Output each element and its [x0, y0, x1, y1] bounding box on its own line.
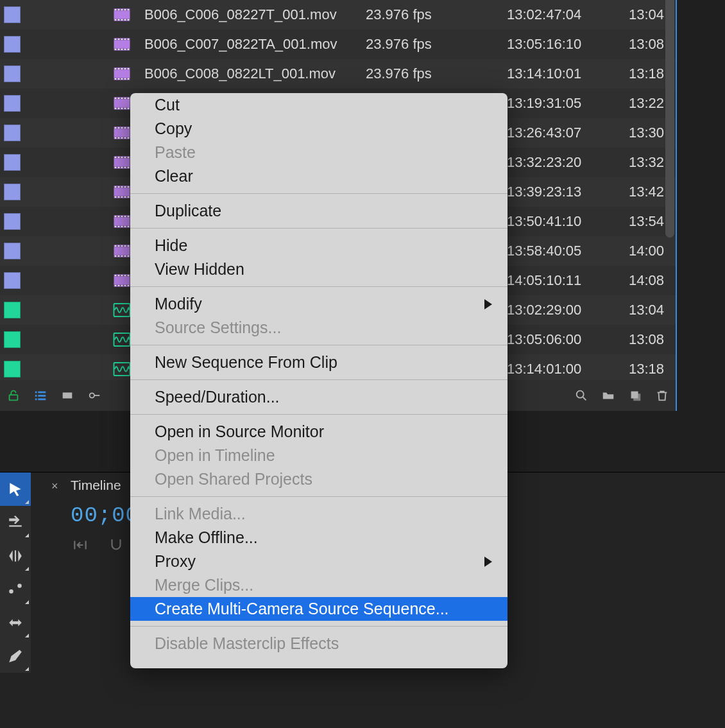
lock-icon[interactable]: [0, 382, 27, 409]
svg-rect-137: [38, 395, 46, 397]
scrollbar-thumb[interactable]: [665, 0, 674, 238]
close-icon[interactable]: ×: [51, 480, 58, 492]
context-menu-item[interactable]: Open in Source Monitor: [130, 420, 508, 444]
label-swatch[interactable]: [4, 272, 21, 289]
razor-tool-icon[interactable]: [0, 573, 31, 606]
timeline-tab[interactable]: × Timeline: [51, 478, 121, 493]
svg-rect-34: [115, 78, 117, 80]
svg-rect-110: [124, 245, 126, 247]
svg-rect-81: [115, 186, 117, 187]
clip-name[interactable]: B006_C006_08227T_001.mov: [144, 6, 362, 23]
svg-rect-82: [118, 186, 120, 187]
context-menu-item[interactable]: Proxy: [130, 550, 508, 573]
svg-rect-101: [121, 226, 123, 227]
svg-rect-134: [35, 392, 37, 394]
track-select-tool-icon[interactable]: [0, 506, 31, 539]
context-menu-item[interactable]: Copy: [130, 117, 508, 141]
label-swatch[interactable]: [4, 184, 21, 200]
label-swatch[interactable]: [4, 65, 21, 82]
svg-rect-71: [124, 157, 126, 158]
context-menu-item: Paste: [130, 141, 508, 164]
label-swatch[interactable]: [4, 243, 21, 259]
context-menu-item[interactable]: Cut: [130, 93, 508, 117]
label-swatch[interactable]: [4, 302, 21, 318]
context-menu[interactable]: CutCopyPasteClearDuplicateHideView Hidde…: [130, 93, 508, 668]
svg-rect-19: [124, 39, 126, 40]
label-swatch[interactable]: [4, 95, 21, 112]
ripple-edit-tool-icon[interactable]: [0, 539, 31, 573]
snap-icon[interactable]: [108, 537, 124, 553]
svg-rect-30: [118, 68, 120, 69]
svg-rect-115: [124, 256, 126, 257]
svg-rect-62: [121, 137, 123, 139]
svg-rect-114: [121, 256, 123, 257]
context-menu-item[interactable]: New Sequence From Clip: [130, 351, 508, 374]
svg-rect-64: [128, 137, 130, 139]
svg-rect-97: [124, 216, 126, 217]
clip-name[interactable]: B006_C007_0822TA_001.mov: [144, 36, 362, 53]
context-menu-item[interactable]: Clear: [130, 164, 508, 188]
project-scrollbar[interactable]: [665, 0, 674, 238]
label-swatch[interactable]: [4, 213, 21, 230]
new-bin-icon[interactable]: [595, 382, 622, 409]
svg-rect-133: [10, 395, 18, 400]
video-clip-icon: [112, 182, 132, 202]
svg-rect-31: [121, 68, 123, 69]
svg-rect-99: [115, 226, 117, 227]
search-icon[interactable]: [568, 382, 595, 409]
context-menu-item: Merge Clips...: [130, 573, 508, 597]
svg-rect-75: [121, 167, 123, 168]
clip-start-tc: 13:39:23:13: [507, 184, 610, 200]
selection-tool-icon[interactable]: [0, 472, 31, 506]
insert-mode-icon[interactable]: [72, 537, 89, 553]
clip-start-tc: 14:05:10:11: [507, 272, 610, 289]
svg-rect-144: [633, 394, 640, 401]
svg-rect-139: [38, 399, 46, 401]
svg-rect-23: [121, 49, 123, 50]
new-item-icon[interactable]: [622, 382, 649, 409]
svg-rect-8: [115, 19, 117, 21]
label-swatch[interactable]: [4, 361, 21, 377]
project-row[interactable]: B006_C008_0822LT_001.mov 23.976 fps 13:1…: [0, 59, 676, 89]
context-menu-item[interactable]: Hide: [130, 234, 508, 257]
svg-rect-83: [121, 186, 123, 187]
context-menu-item[interactable]: Make Offline...: [130, 526, 508, 550]
svg-rect-128: [124, 285, 126, 286]
context-menu-item[interactable]: Speed/Duration...: [130, 385, 508, 409]
svg-rect-37: [124, 78, 126, 80]
pen-tool-icon[interactable]: [0, 639, 31, 673]
slip-tool-icon[interactable]: [0, 606, 31, 639]
audio-clip-icon: [112, 300, 132, 320]
label-swatch[interactable]: [4, 6, 21, 23]
context-menu-item[interactable]: Create Multi-Camera Source Sequence...: [130, 597, 508, 621]
svg-rect-113: [118, 256, 120, 257]
svg-rect-9: [118, 19, 120, 21]
context-menu-item[interactable]: View Hidden: [130, 257, 508, 281]
icon-view-icon[interactable]: [54, 382, 81, 409]
context-menu-item[interactable]: Duplicate: [130, 199, 508, 223]
project-row[interactable]: B006_C007_0822TA_001.mov 23.976 fps 13:0…: [0, 30, 676, 59]
label-swatch[interactable]: [4, 154, 21, 171]
svg-rect-50: [124, 108, 126, 109]
svg-rect-59: [128, 127, 130, 128]
freeform-view-icon[interactable]: [81, 382, 108, 409]
label-swatch[interactable]: [4, 125, 21, 141]
svg-rect-47: [115, 108, 117, 109]
svg-rect-3: [115, 9, 117, 10]
svg-rect-116: [128, 256, 130, 257]
svg-rect-109: [121, 245, 123, 247]
svg-rect-24: [124, 49, 126, 50]
project-row[interactable]: B006_C006_08227T_001.mov 23.976 fps 13:0…: [0, 0, 676, 30]
video-clip-icon: [112, 271, 132, 290]
svg-rect-121: [118, 275, 120, 276]
svg-rect-107: [115, 245, 117, 247]
svg-rect-111: [128, 245, 130, 247]
clip-name[interactable]: B006_C008_0822LT_001.mov: [144, 65, 362, 82]
trash-icon[interactable]: [649, 382, 676, 409]
context-menu-item[interactable]: Modify: [130, 292, 508, 316]
label-swatch[interactable]: [4, 36, 21, 53]
list-view-icon[interactable]: [27, 382, 54, 409]
label-swatch[interactable]: [4, 331, 21, 348]
svg-rect-18: [121, 39, 123, 40]
video-clip-icon: [112, 94, 132, 113]
